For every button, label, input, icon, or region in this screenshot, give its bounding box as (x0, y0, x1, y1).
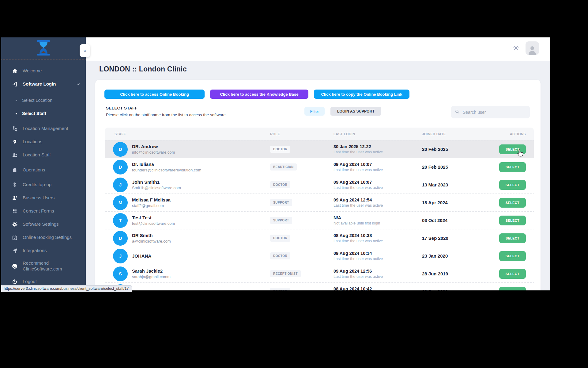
sidebar-item-software-login[interactable]: Software Login (1, 78, 86, 91)
sidebar-item-select-location[interactable]: Select Location (1, 94, 86, 107)
status-bar-url: https://server3.clinicsoftware.com/busin… (1, 285, 132, 292)
sidebar-collapse-button[interactable]: « (80, 44, 90, 57)
role-badge: BEAUTICIAN (270, 163, 297, 171)
sidebar-item-location-management[interactable]: Location Management (1, 122, 86, 135)
sidebar-item-operations[interactable]: Operations (1, 163, 86, 177)
page-title: LONDON :: London Clinic (99, 65, 187, 73)
staff-row[interactable]: DOCTOR 08 Aug 2024 10:42 Last time the u… (105, 282, 534, 290)
sidebar-item-label: Business Users (23, 195, 55, 201)
staff-row[interactable]: J JOHANA DOCTOR 09 Aug 2024 10:14 Last t… (105, 247, 534, 265)
sitemap-icon (11, 126, 18, 132)
joined-date-value: 13 Mar 2023 (422, 182, 498, 187)
select-button[interactable]: SELECT (499, 162, 526, 172)
sidebar-item-recommend-clinicsoftware-com[interactable]: RecommendClinicSoftware.com (1, 257, 86, 275)
select-button[interactable]: SELECT (499, 287, 526, 291)
last-login-value: 09 Aug 2024 12:54 (334, 197, 422, 202)
staff-name: Sarah Jackie2 (132, 268, 171, 274)
staff-row[interactable]: D DR. Andrew info@clinicsoftware.com DOC… (105, 140, 534, 158)
last-login-note: Last time the user was active (334, 274, 422, 279)
knowledge-base-button[interactable]: Click here to access the Knowledge Base (210, 90, 308, 99)
select-button[interactable]: SELECT (499, 269, 526, 279)
staff-row[interactable]: D Dr. Iuliana founders@clinicsoftwarerev… (105, 158, 534, 176)
sidebar-item-select-staff[interactable]: Select Staff (1, 107, 86, 120)
select-button[interactable]: SELECT (499, 216, 526, 225)
sidebar-item-label: Welcome (23, 68, 42, 74)
map-pin-icon (11, 139, 18, 145)
role-badge: DOCTOR (270, 288, 290, 290)
smiley-icon (11, 263, 18, 269)
last-login-value: 09 Aug 2024 10:14 (334, 251, 422, 256)
joined-date-value: 28 Jun 2019 (422, 271, 498, 276)
copy-booking-link-button[interactable]: Click here to copy the Online Booking Li… (314, 90, 409, 99)
select-button[interactable]: SELECT (499, 180, 526, 190)
last-login-value: 09 Aug 2024 12:56 (334, 269, 422, 274)
last-login-value: 08 Aug 2024 10:38 (334, 233, 422, 238)
last-login-value: N/A (334, 215, 422, 220)
role-badge: SUPPORT (270, 217, 292, 224)
theme-toggle-sun-icon[interactable] (513, 44, 519, 51)
last-login-value: 30 Jan 2025 12:22 (334, 144, 422, 149)
sidebar-item-integrations[interactable]: Integrations (1, 244, 86, 257)
sidebar-item-locations[interactable]: Locations (1, 135, 86, 148)
users-icon (11, 152, 18, 158)
staff-row[interactable]: D DR Smith a@clinicsoftware.com DOCTOR 0… (105, 229, 534, 247)
sidebar-item-label: Operations (23, 167, 45, 173)
sidebar-item-location-staff[interactable]: Location Staff (1, 148, 86, 162)
online-booking-button[interactable]: Click here to access Online Booking (104, 90, 205, 99)
calendar-check-icon (11, 235, 18, 240)
select-button[interactable]: SELECT (499, 144, 526, 154)
staff-row[interactable]: M Melissa F Melissa staff2@gmail.com SUP… (105, 194, 534, 211)
col-role: ROLE (270, 132, 334, 136)
last-login-note: Last time the user was active (334, 203, 422, 208)
last-login-value: 08 Aug 2024 10:42 (334, 286, 422, 290)
sidebar-item-online-booking-settings[interactable]: Online Booking Settings (1, 231, 86, 244)
filter-button[interactable]: Filter (304, 107, 325, 116)
power-icon (11, 279, 18, 285)
sidebar-item-software-settings[interactable]: Software Settings (1, 218, 86, 231)
search-user-input[interactable] (463, 110, 521, 115)
staff-email: test@clinicsoftware.com (132, 221, 175, 226)
login-as-support-button[interactable]: LOGIN AS SUPPORT (330, 107, 381, 116)
role-badge: DOCTOR (270, 252, 290, 259)
joined-date-value: 18 Apr 2024 (422, 200, 498, 205)
sidebar-item-label: Credits top-up (23, 182, 51, 188)
last-login-value: 09 Aug 2024 10:07 (334, 162, 422, 167)
sidebar-item-credits-top-up[interactable]: Credits top-up (1, 178, 86, 191)
staff-row[interactable]: J John Smith1 Smit1h@clinicsoftware.com … (105, 176, 534, 194)
table-header: STAFF ROLE LAST LOGIN JOINED DATE ACTION… (105, 128, 534, 140)
app-window: Welcome Software Login Select Location S… (1, 37, 550, 290)
last-login-value: 09 Aug 2024 10:07 (334, 180, 422, 185)
last-login-note: Last time the user was active (334, 186, 422, 190)
table-body: D DR. Andrew info@clinicsoftware.com DOC… (105, 140, 534, 290)
login-icon (11, 81, 18, 87)
joined-date-value: 17 Sep 2020 (422, 236, 498, 241)
grid-icon (11, 209, 18, 214)
staff-name: Test Test (132, 215, 175, 220)
role-badge: DOCTOR (270, 235, 290, 242)
staff-email: sarahja@gmail.comm (132, 274, 171, 279)
sidebar-item-label: Location Staff (23, 152, 51, 158)
last-login-note: Last time the user was active (334, 168, 422, 172)
role-badge: DOCTOR (270, 146, 290, 153)
role-badge: SUPPORT (270, 199, 292, 206)
staff-row[interactable]: T Test Test test@clinicsoftware.com SUPP… (105, 211, 534, 229)
staff-avatar: S (113, 266, 128, 281)
staff-name: DR. Andrew (132, 144, 175, 149)
bullet-icon (15, 113, 18, 114)
select-button[interactable]: SELECT (499, 233, 526, 243)
sidebar-item-label: Software Settings (23, 221, 59, 227)
sidebar-item-welcome[interactable]: Welcome (1, 64, 86, 78)
staff-email: a@clinicsoftware.com (132, 239, 171, 243)
user-avatar[interactable] (526, 41, 539, 55)
select-button[interactable]: SELECT (499, 198, 526, 208)
select-button[interactable]: SELECT (499, 251, 526, 261)
sidebar-item-consent-forms[interactable]: Consent Forms (1, 205, 86, 218)
staff-avatar: D (113, 160, 128, 174)
bin-icon (11, 167, 18, 173)
staff-row[interactable]: S Sarah Jackie2 sarahja@gmail.comm RECEP… (105, 265, 534, 282)
sidebar-item-label: Consent Forms (23, 208, 54, 214)
staff-email: staff2@gmail.com (132, 203, 171, 208)
sidebar-item-label: Logout (23, 279, 37, 285)
sidebar-item-business-users[interactable]: Business Users (1, 191, 86, 205)
home-icon (11, 68, 18, 74)
